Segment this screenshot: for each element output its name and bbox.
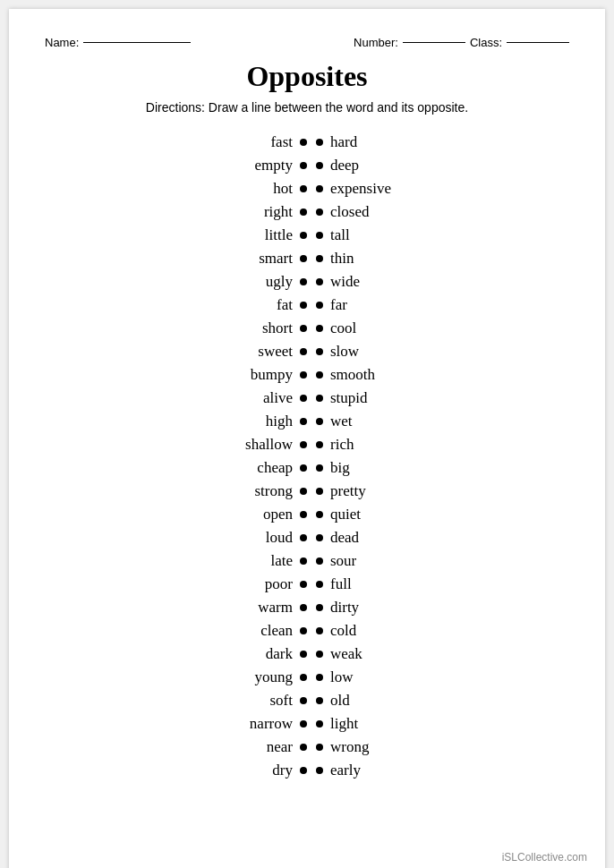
page-title: Opposites [45, 60, 569, 93]
left-word: warm [258, 599, 293, 617]
left-word: cheap [257, 459, 293, 477]
dot-icon [300, 418, 307, 425]
dot-icon [316, 651, 323, 658]
left-word: young [255, 668, 294, 686]
right-word: full [330, 575, 352, 593]
name-line[interactable] [83, 42, 191, 43]
number-line[interactable] [403, 42, 465, 43]
list-item: wet [316, 410, 353, 433]
right-word: wrong [330, 738, 369, 756]
dot-icon [300, 557, 307, 565]
dot-icon [300, 697, 307, 704]
list-item: hot [273, 177, 307, 200]
list-item: quiet [316, 503, 361, 526]
list-item: full [316, 573, 352, 596]
list-item: expensive [316, 177, 391, 200]
dot-icon [316, 674, 323, 681]
class-line[interactable] [507, 42, 569, 43]
right-word: wet [330, 413, 353, 430]
dot-icon [300, 302, 307, 309]
dot-icon [316, 255, 323, 262]
left-word: little [265, 226, 293, 244]
dot-icon [300, 208, 307, 216]
dot-icon [316, 441, 323, 448]
list-item: weak [316, 642, 362, 666]
right-word: stupid [330, 389, 368, 407]
right-word: low [330, 668, 354, 686]
list-item: slow [316, 340, 359, 363]
dot-icon [300, 464, 307, 472]
list-item: sweet [258, 340, 307, 363]
dot-icon [316, 162, 323, 169]
list-item: rich [316, 433, 354, 456]
right-word: dirty [330, 599, 359, 617]
list-item: shallow [245, 433, 307, 456]
list-item: smart [259, 247, 307, 270]
dot-icon [300, 395, 307, 402]
list-item: short [262, 317, 307, 340]
header-left: Name: [45, 36, 191, 49]
list-item: soft [270, 689, 308, 712]
left-word: hot [273, 180, 293, 198]
list-item: cold [316, 619, 356, 642]
dot-icon [316, 185, 323, 192]
right-word: pretty [330, 482, 366, 500]
list-item: closed [316, 200, 369, 224]
dot-icon [316, 604, 323, 611]
list-item: early [316, 759, 361, 782]
dot-icon [300, 255, 307, 262]
right-word: slow [330, 343, 359, 361]
list-item: young [255, 666, 308, 689]
left-word: fast [270, 133, 293, 151]
left-word: clean [260, 622, 293, 640]
list-item: sour [316, 549, 356, 573]
list-item: cool [316, 317, 356, 340]
left-word: right [264, 203, 293, 221]
right-word: deep [330, 157, 359, 174]
left-column: fastemptyhotrightlittlesmartuglyfatshort… [71, 131, 307, 782]
left-word: smart [259, 250, 293, 268]
right-word: cool [330, 319, 356, 337]
dot-icon [316, 464, 323, 472]
dot-icon [316, 371, 323, 379]
left-word: late [270, 552, 293, 570]
list-item: warm [258, 596, 307, 619]
left-word: empty [255, 157, 294, 174]
dot-icon [316, 232, 323, 239]
list-item: open [263, 503, 307, 526]
list-item: big [316, 456, 350, 480]
list-item: smooth [316, 363, 375, 387]
dot-icon [300, 604, 307, 611]
left-word: high [266, 413, 293, 430]
list-item: fat [277, 294, 307, 317]
worksheet-page: Name: Number: Class: Opposites Direction… [9, 9, 605, 868]
dot-icon [300, 162, 307, 169]
dot-icon [316, 627, 323, 634]
dot-icon [300, 371, 307, 379]
list-item: far [316, 294, 347, 317]
list-item: near [267, 736, 307, 759]
dot-icon [316, 720, 323, 728]
dot-icon [300, 325, 307, 332]
list-item: fast [270, 131, 307, 154]
right-word: dead [330, 529, 359, 547]
left-word: strong [255, 482, 294, 500]
dot-icon [316, 278, 323, 285]
dot-icon [316, 511, 323, 518]
left-word: short [262, 319, 293, 337]
right-word: early [330, 762, 361, 779]
right-word: far [330, 296, 347, 314]
header-row: Name: Number: Class: [45, 36, 569, 49]
dot-icon [316, 325, 323, 332]
list-item: hard [316, 131, 357, 154]
dot-icon [316, 767, 323, 774]
dot-icon [316, 488, 323, 495]
dot-icon [316, 139, 323, 146]
list-item: high [266, 410, 307, 433]
list-item: wrong [316, 736, 369, 759]
list-item: old [316, 689, 350, 712]
list-item: alive [263, 387, 307, 410]
list-item: thin [316, 247, 354, 270]
dot-icon [300, 488, 307, 495]
list-item: dead [316, 526, 359, 549]
